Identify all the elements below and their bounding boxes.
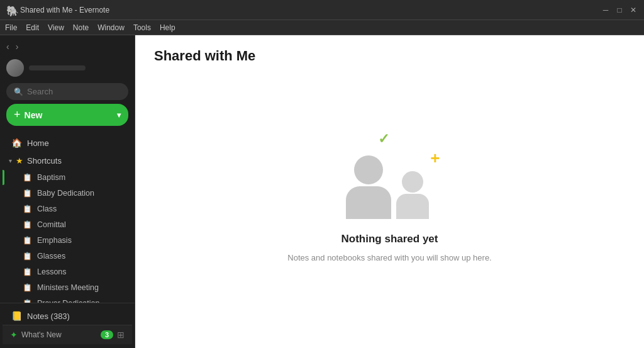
note-icon-comittal: 📋	[23, 220, 32, 229]
shortcut-item-ministers-meeting[interactable]: 📋 Ministers Meeting	[3, 280, 132, 295]
shortcut-label-ministers-meeting: Ministers Meeting	[37, 283, 99, 292]
shortcut-label-comittal: Comittal	[37, 220, 66, 229]
menu-note[interactable]: Note	[73, 23, 89, 32]
window-title: Shared with Me - Evernote	[20, 6, 601, 14]
main-content: Shared with Me ✓ + ↑	[135, 35, 644, 348]
note-icon-baby-dedication: 📋	[23, 189, 32, 198]
sidebar: ‹ › 🔍 + New ▾	[0, 35, 135, 348]
menu-edit[interactable]: Edit	[26, 23, 39, 32]
whats-new-bar[interactable]: ✦ What's New 3 ⊞	[3, 325, 132, 344]
shortcuts-toggle-icon: ▾	[9, 157, 12, 164]
empty-state: ✓ + ↑ N	[154, 77, 625, 335]
new-button[interactable]: + New ▾	[6, 104, 128, 126]
sidebar-item-home[interactable]: 🏠 Home	[3, 134, 132, 152]
person-small-body	[396, 194, 429, 219]
person-small-head	[402, 171, 423, 193]
new-button-label: New	[25, 110, 43, 120]
sidebar-item-notes[interactable]: 📒 Notes (383)	[3, 307, 132, 325]
menu-tools[interactable]: Tools	[133, 23, 151, 32]
note-icon-lessons: 📋	[23, 267, 32, 276]
shortcut-item-prayer-dedication[interactable]: 📋 Prayer Dedication	[3, 296, 132, 303]
note-icon-prayer-dedication: 📋	[23, 299, 32, 303]
whats-new-left: ✦ What's New	[10, 330, 62, 340]
shortcut-item-glasses[interactable]: 📋 Glasses	[3, 249, 132, 264]
person-large-head	[354, 155, 383, 184]
menu-view[interactable]: View	[48, 23, 64, 32]
user-row[interactable]	[6, 57, 128, 79]
empty-state-subtitle: Notes and notebooks shared with you will…	[287, 253, 491, 262]
shortcut-item-baby-dedication[interactable]: 📋 Baby Dedication	[3, 186, 132, 201]
username	[29, 65, 86, 70]
sidebar-nav: 🏠 Home ▾ ★ Shortcuts 📋 Baptism 📋 Baby De…	[0, 131, 135, 303]
window-controls: ─ □ ✕	[601, 6, 638, 14]
shortcut-item-class[interactable]: 📋 Class	[3, 201, 132, 216]
menu-bar: File Edit View Note Window Tools Help	[0, 20, 644, 35]
shortcut-label-prayer-dedication: Prayer Dedication	[37, 299, 99, 303]
page-title: Shared with Me	[154, 48, 625, 64]
empty-state-title: Nothing shared yet	[341, 233, 438, 245]
back-arrow[interactable]: ‹	[6, 42, 9, 52]
whats-new-badge: 3	[101, 330, 113, 339]
people-illustration	[346, 155, 429, 219]
app-icon: 🐘	[6, 5, 16, 15]
shortcut-label-glasses: Glasses	[37, 252, 65, 261]
note-icon-glasses: 📋	[23, 252, 32, 261]
menu-help[interactable]: Help	[160, 23, 175, 32]
person-large	[346, 155, 391, 219]
menu-file[interactable]: File	[5, 23, 17, 32]
app-container: ‹ › 🔍 + New ▾	[0, 35, 644, 348]
notes-label: Notes (383)	[27, 312, 70, 321]
close-button[interactable]: ✕	[629, 6, 638, 14]
shortcut-label-class: Class	[37, 205, 57, 213]
chevron-down-icon: ▾	[117, 111, 121, 120]
grid-icon: ⊞	[117, 330, 125, 340]
whats-new-label: What's New	[21, 330, 62, 339]
shortcuts-label: Shortcuts	[27, 156, 62, 166]
note-icon-class: 📋	[23, 205, 32, 213]
forward-arrow[interactable]: ›	[16, 42, 19, 52]
minimize-button[interactable]: ─	[601, 6, 610, 14]
plus-accent-icon: +	[430, 149, 440, 168]
home-label: Home	[27, 138, 49, 148]
shortcut-label-emphasis: Emphasis	[37, 236, 72, 245]
shortcut-item-lessons[interactable]: 📋 Lessons	[3, 264, 132, 279]
avatar	[6, 59, 24, 77]
shortcut-item-baptism[interactable]: 📋 Baptism	[3, 170, 132, 185]
home-icon: 🏠	[11, 138, 22, 148]
shortcut-item-comittal[interactable]: 📋 Comittal	[3, 217, 132, 232]
shortcut-item-emphasis[interactable]: 📋 Emphasis	[3, 233, 132, 248]
person-large-body	[346, 186, 391, 219]
sidebar-top: ‹ › 🔍 + New ▾	[0, 35, 135, 131]
shared-illustration: ✓ + ↑	[333, 131, 447, 219]
shortcut-label-baptism: Baptism	[37, 173, 65, 182]
search-icon: 🔍	[14, 87, 23, 96]
notes-icon: 📒	[11, 311, 22, 321]
person-small	[396, 171, 429, 219]
plus-icon: +	[14, 108, 21, 121]
whats-new-dot-icon: ✦	[10, 330, 18, 340]
star-icon: ★	[16, 156, 23, 166]
menu-window[interactable]: Window	[97, 23, 125, 32]
new-button-left: + New	[14, 108, 42, 121]
maximize-button[interactable]: □	[615, 6, 624, 14]
search-bar[interactable]: 🔍	[6, 83, 128, 100]
shortcut-label-baby-dedication: Baby Dedication	[37, 189, 94, 198]
note-icon-emphasis: 📋	[23, 236, 32, 245]
shortcuts-header[interactable]: ▾ ★ Shortcuts	[0, 152, 135, 169]
avatar-image	[6, 59, 24, 77]
title-bar: 🐘 Shared with Me - Evernote ─ □ ✕	[0, 0, 644, 20]
check-icon: ✓	[378, 131, 389, 147]
note-icon-ministers-meeting: 📋	[23, 283, 32, 292]
nav-arrows: ‹ ›	[6, 40, 128, 53]
sidebar-bottom: 📒 Notes (383) ✦ What's New 3 ⊞	[0, 303, 135, 348]
active-accent	[3, 170, 4, 185]
note-icon-baptism: 📋	[23, 173, 32, 182]
search-input[interactable]	[27, 87, 121, 96]
shortcut-label-lessons: Lessons	[37, 267, 67, 276]
